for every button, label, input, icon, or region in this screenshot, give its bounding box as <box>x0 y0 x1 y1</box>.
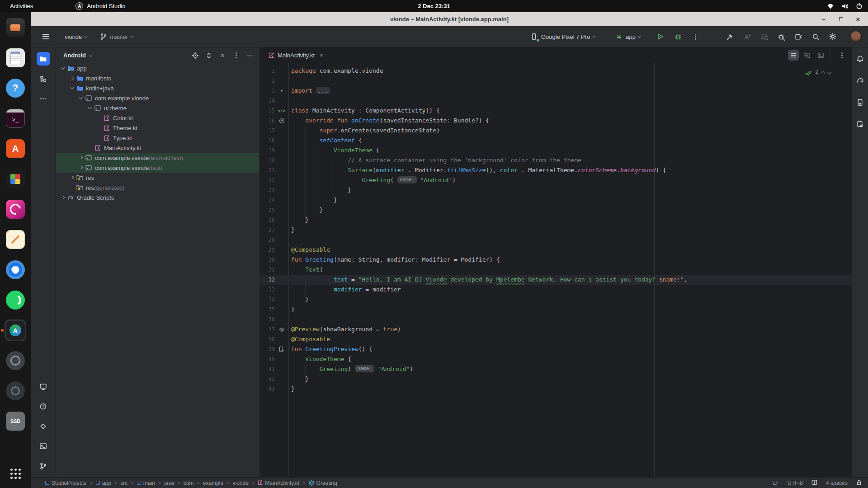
code-line-35[interactable]: 35} <box>259 305 852 314</box>
more-run-actions-button[interactable] <box>691 32 700 41</box>
code-line-41[interactable]: 41 Greeting( name: "Android") <box>259 364 852 374</box>
tree-chevron-icon[interactable] <box>59 194 66 202</box>
expand-collapse-button[interactable] <box>204 51 214 61</box>
code-text[interactable]: // A surface container using the 'backgr… <box>291 155 581 165</box>
code-line-3[interactable]: 3import ... <box>259 86 852 96</box>
code-text[interactable]: setContent { <box>291 136 362 145</box>
code-line-21[interactable]: 21 Surface(modifier = Modifier.fillMaxSi… <box>259 165 852 175</box>
code-text[interactable]: @Composable <box>291 334 330 344</box>
tree-item-ui-theme[interactable]: ui.theme <box>56 103 259 113</box>
tree-item-manifests[interactable]: manifests <box>56 73 259 83</box>
dock-item-image-editor[interactable] <box>5 198 26 220</box>
code-line-14[interactable]: 14 <box>259 96 852 106</box>
code-text[interactable]: @Preview(showBackground = true) <box>291 324 401 334</box>
search-everywhere-button[interactable] <box>811 32 820 41</box>
code-text[interactable]: } <box>291 384 295 394</box>
code-line-40[interactable]: 40 ViondeTheme { <box>259 354 852 364</box>
code-line-32[interactable]: 32 text = "Hello, I am AI DJ Vionde deve… <box>259 275 852 285</box>
device-manager-button[interactable] <box>854 95 867 109</box>
code-line-24[interactable]: 24 } <box>259 195 852 205</box>
tree-chevron-icon[interactable] <box>68 84 75 92</box>
next-issue-icon[interactable] <box>827 70 832 74</box>
tree-chevron-icon[interactable] <box>59 65 66 72</box>
dock-item-chromium[interactable] <box>5 259 26 281</box>
tree-item-res[interactable]: res <box>56 173 259 183</box>
tree-item-kotlin-java[interactable]: kotlin+java <box>56 83 259 93</box>
code-text[interactable]: modifier = modifier <box>291 285 401 295</box>
code-editor[interactable]: 1package com.example.vionde23import ...1… <box>259 63 852 477</box>
gradle-button[interactable] <box>854 74 867 87</box>
code-line-15[interactable]: 15</>class MainActivity : ComponentActiv… <box>259 106 852 116</box>
tree-item-app[interactable]: app <box>56 63 259 73</box>
apply-changes-button[interactable] <box>742 32 751 41</box>
dock-item-app-gray-1[interactable] <box>5 350 26 371</box>
settings-button[interactable] <box>828 32 837 41</box>
code-line-38[interactable]: 38@Composable <box>259 334 852 344</box>
dock-item-show-applications[interactable] <box>5 463 26 484</box>
override-marker-icon[interactable] <box>279 118 285 124</box>
breadcrumb-src[interactable]: src <box>120 480 127 486</box>
tree-chevron-icon[interactable] <box>77 164 85 172</box>
lock-widget[interactable] <box>856 479 863 487</box>
dock-item-text-editor[interactable] <box>5 47 26 69</box>
code-text[interactable]: Surface(modifier = Modifier.fillMaxSize(… <box>291 165 666 175</box>
running-devices-button[interactable] <box>37 380 50 393</box>
code-text[interactable]: text = "Hello, I am AI DJ Vionde develop… <box>291 275 688 285</box>
build-button[interactable] <box>725 32 734 41</box>
breadcrumb-vionde[interactable]: vionde <box>233 480 249 486</box>
code-text[interactable]: } <box>291 225 295 235</box>
breadcrumb-mainactivity-kt[interactable]: MainActivity.kt <box>258 480 299 486</box>
project-selector[interactable]: vionde <box>61 31 91 42</box>
close-button[interactable]: × <box>854 16 862 23</box>
tree-item-com-example-vionde[interactable]: com.example.vionde <box>56 93 259 103</box>
dock-item-ssd-drive[interactable]: SSD <box>5 410 26 432</box>
code-line-27[interactable]: 27} <box>259 225 852 235</box>
code-text[interactable]: override fun onCreate(savedInstanceState… <box>291 116 489 126</box>
inspections-widget[interactable]: 2 <box>805 67 831 77</box>
dock-item-files[interactable] <box>5 17 26 38</box>
more-tool-windows-button[interactable] <box>37 92 50 105</box>
device-selector[interactable]: Google Pixel 7 Pro <box>526 30 599 43</box>
project-tool-window-button[interactable] <box>37 52 50 66</box>
breadcrumb-studioprojects[interactable]: StudioProjects <box>45 480 86 486</box>
code-line-42[interactable]: 42 } <box>259 374 852 384</box>
code-text[interactable]: @Composable <box>291 245 330 255</box>
tree-chevron-icon[interactable] <box>68 75 75 82</box>
tree-item-com-example-vionde[interactable]: com.example.vionde (test) <box>56 163 259 173</box>
breadcrumb-com[interactable]: com <box>184 480 194 486</box>
focused-app-indicator[interactable]: A Android Studio <box>75 2 125 10</box>
terminal-button[interactable] <box>37 439 50 453</box>
vcs-branch-selector[interactable]: master <box>96 31 137 42</box>
tree-chevron-icon[interactable] <box>77 154 85 162</box>
device-mirroring-button[interactable] <box>794 32 803 41</box>
tab-mainactivity[interactable]: MainActivity.kt × <box>264 47 328 63</box>
code-line-25[interactable]: 25 } <box>259 205 852 215</box>
code-line-37[interactable]: 37@Preview(showBackground = true) <box>259 324 852 334</box>
dock-item-notes[interactable] <box>5 229 26 250</box>
code-line-34[interactable]: 34 ) <box>259 295 852 305</box>
build-variants-button[interactable] <box>760 32 769 41</box>
dock-item-android-studio[interactable] <box>5 319 26 341</box>
code-text[interactable]: ViondeTheme { <box>291 145 380 155</box>
problems-button[interactable] <box>37 399 50 413</box>
code-text[interactable]: } <box>291 305 295 314</box>
build-tool-window-button[interactable] <box>37 419 50 433</box>
tree-item-gradle-scripts[interactable]: Gradle Scripts <box>56 192 259 202</box>
breadcrumb-main[interactable]: main <box>137 480 155 486</box>
project-view-selector[interactable]: Android <box>63 52 86 59</box>
code-line-36[interactable]: 36 <box>259 314 852 324</box>
breadcrumb-java[interactable]: java <box>164 480 174 486</box>
code-line-16[interactable]: 16 override fun onCreate(savedInstanceSt… <box>259 116 852 126</box>
panel-options-button[interactable] <box>231 51 241 61</box>
code-line-31[interactable]: 31 Text( <box>259 265 852 275</box>
clock[interactable]: 2 Dec 23:31 <box>418 3 450 9</box>
editor-options-button[interactable] <box>836 50 847 61</box>
code-text[interactable]: ) <box>291 295 309 305</box>
code-line-20[interactable]: 20 // A surface container using the 'bac… <box>259 155 852 165</box>
code-line-39[interactable]: 39fun GreetingPreview() { <box>259 344 852 354</box>
code-text[interactable]: class MainActivity : ComponentActivity()… <box>291 106 440 116</box>
tree-item-color-kt[interactable]: Color.kt <box>56 113 259 123</box>
code-line-28[interactable]: 28 <box>259 235 852 245</box>
breadcrumb-example[interactable]: example <box>203 480 223 486</box>
code-text[interactable]: } <box>291 205 323 215</box>
